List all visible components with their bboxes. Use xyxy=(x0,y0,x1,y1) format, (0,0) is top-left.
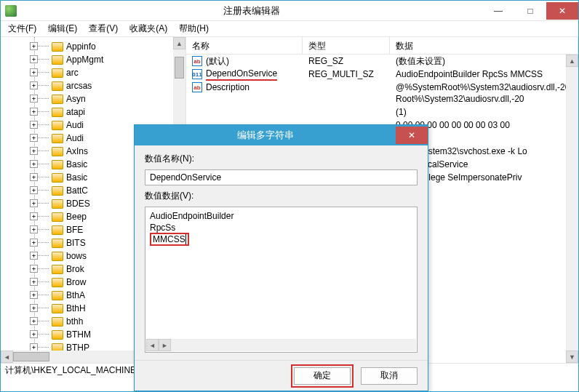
tree-item-label: BITS xyxy=(66,238,86,248)
col-header-type[interactable]: 类型 xyxy=(303,37,390,54)
tree-item-label: Asyn xyxy=(66,94,86,104)
folder-icon xyxy=(52,252,63,261)
expand-icon[interactable]: + xyxy=(30,147,38,155)
expand-icon[interactable]: + xyxy=(30,212,38,220)
scroll-thumb-h[interactable] xyxy=(13,352,49,361)
value-data: @%SystemRoot%\System32\audiosrv.dll,-20 xyxy=(390,82,578,92)
scroll-left-icon[interactable]: ◄ xyxy=(146,339,159,351)
value-data-fragment: (1) xyxy=(396,107,578,120)
minimize-button[interactable]: — xyxy=(482,2,514,20)
expand-icon[interactable]: + xyxy=(30,239,38,247)
expand-icon[interactable]: + xyxy=(30,95,38,103)
menu-favorites[interactable]: 收藏夹(A) xyxy=(129,23,167,35)
expand-icon[interactable]: + xyxy=(30,173,38,181)
folder-icon xyxy=(52,212,63,222)
list-row[interactable]: 011DependOnServiceREG_MULTI_SZAudioEndpo… xyxy=(186,68,578,81)
expand-icon[interactable]: + xyxy=(30,291,38,299)
maximize-button[interactable]: □ xyxy=(514,2,546,20)
data-line-highlight: MMCSS xyxy=(150,233,189,247)
tree-item-label: BthH xyxy=(66,303,86,313)
col-header-data[interactable]: 数据 xyxy=(390,37,578,54)
expand-icon[interactable]: + xyxy=(30,278,38,286)
value-data: (数值未设置) xyxy=(390,55,578,68)
scroll-left-icon[interactable]: ◄ xyxy=(1,351,13,363)
folder-icon xyxy=(52,291,63,300)
expand-icon[interactable]: + xyxy=(30,186,38,194)
expand-icon[interactable]: + xyxy=(30,330,38,338)
tree-item-label: Audi xyxy=(66,120,84,130)
scroll-down-icon[interactable]: ▼ xyxy=(566,351,578,363)
expand-icon[interactable]: + xyxy=(30,317,38,325)
tree-item-label: bows xyxy=(66,251,87,261)
textarea-hscroll[interactable]: ◄ ► xyxy=(146,339,416,351)
expand-icon[interactable]: + xyxy=(30,304,38,312)
close-button[interactable]: ✕ xyxy=(546,2,578,20)
scroll-up-icon[interactable]: ▲ xyxy=(173,37,185,49)
binary-value-icon: 011 xyxy=(192,69,202,79)
expand-icon[interactable]: + xyxy=(30,42,38,50)
list-vscroll[interactable]: ▲ ▼ xyxy=(566,55,578,363)
folder-icon xyxy=(52,108,63,117)
tree-item-label: bthh xyxy=(66,316,83,327)
expand-icon[interactable]: + xyxy=(30,265,38,273)
tree-item[interactable]: +Asyn xyxy=(52,92,185,105)
folder-icon xyxy=(52,95,63,104)
tree-item-label: BFE xyxy=(66,225,83,235)
tree-item[interactable]: +Appinfo xyxy=(52,40,185,53)
expand-icon[interactable]: + xyxy=(30,134,38,142)
scroll-thumb[interactable] xyxy=(175,57,184,79)
tree-item-label: atapi xyxy=(66,107,85,117)
tree-item-label: Basic xyxy=(66,159,87,169)
tree-item-label: BTHM xyxy=(66,329,91,340)
list-row[interactable]: abDescription@%SystemRoot%\System32\audi… xyxy=(186,81,578,94)
tree-item[interactable]: +arc xyxy=(52,66,185,79)
tree-item[interactable]: +atapi xyxy=(52,105,185,119)
folder-icon xyxy=(52,160,63,169)
expand-icon[interactable]: + xyxy=(30,55,38,63)
value-type: REG_SZ xyxy=(303,56,390,66)
tree-item-label: BattC xyxy=(66,185,88,196)
expand-icon[interactable]: + xyxy=(30,225,38,233)
cancel-button[interactable]: 取消 xyxy=(361,367,418,385)
expand-icon[interactable]: + xyxy=(30,160,38,168)
folder-icon xyxy=(52,278,63,287)
expand-icon[interactable]: + xyxy=(30,68,38,76)
tree-item[interactable]: +arcsas xyxy=(52,79,185,92)
list-row[interactable]: ab(默认)REG_SZ(数值未设置) xyxy=(186,55,578,68)
menu-edit[interactable]: 编辑(E) xyxy=(48,23,77,35)
folder-icon xyxy=(52,42,63,52)
window-title: 注册表编辑器 xyxy=(21,4,482,17)
expand-icon[interactable]: + xyxy=(30,121,38,129)
expand-icon[interactable]: + xyxy=(30,81,38,89)
dialog-titlebar[interactable]: 编辑多字符串 ✕ xyxy=(135,125,428,145)
value-name-input[interactable] xyxy=(145,169,418,185)
tree-item-label: arc xyxy=(66,68,79,78)
value-name: DependOnService xyxy=(206,68,277,81)
value-name: (默认) xyxy=(206,55,229,68)
expand-icon[interactable]: + xyxy=(30,252,38,260)
col-header-name[interactable]: 名称 xyxy=(186,37,303,54)
tree-item-label: Audi xyxy=(66,133,84,143)
menu-file[interactable]: 文件(F) xyxy=(8,23,36,35)
value-data-fragment: Root%\System32\audiosrv.dll,-20 xyxy=(396,94,578,107)
string-value-icon: ab xyxy=(192,82,202,92)
menu-view[interactable]: 查看(V) xyxy=(89,23,118,35)
tree-item-label: Brow xyxy=(66,277,86,287)
folder-icon xyxy=(52,186,63,196)
ok-button[interactable]: 确定 xyxy=(294,367,351,385)
dialog-close-button[interactable]: ✕ xyxy=(396,127,428,144)
scroll-up-icon[interactable]: ▲ xyxy=(566,55,578,67)
expand-icon[interactable]: + xyxy=(30,108,38,116)
tree-item[interactable]: +AppMgmt xyxy=(52,53,185,66)
tree-item-label: arcsas xyxy=(66,81,92,91)
folder-icon xyxy=(52,317,63,327)
tree-item-label: Beep xyxy=(66,212,87,222)
scroll-right-icon[interactable]: ► xyxy=(159,339,171,351)
value-data-textarea[interactable]: AudioEndpointBuilder RpcSs MMCSS ◄ ► xyxy=(145,207,418,353)
menu-help[interactable]: 帮助(H) xyxy=(179,23,209,35)
folder-icon xyxy=(52,173,63,183)
ok-highlight-box: 确定 xyxy=(291,364,354,388)
expand-icon[interactable]: + xyxy=(30,199,38,207)
value-data: AudioEndpointBuilder RpcSs MMCSS xyxy=(390,69,578,79)
main-titlebar: 注册表编辑器 — □ ✕ xyxy=(1,1,578,21)
